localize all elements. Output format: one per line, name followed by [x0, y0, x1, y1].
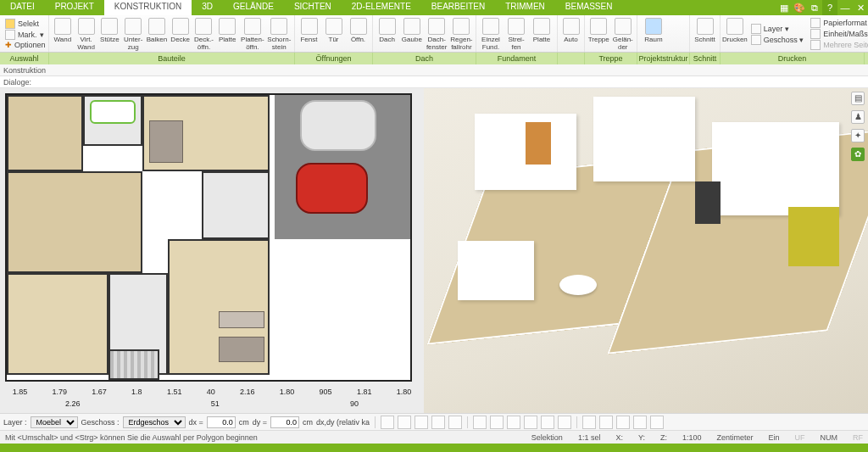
round-table — [559, 275, 597, 295]
status-sel: 1:1 sel — [578, 433, 601, 442]
tool-tree-icon[interactable]: ✿ — [851, 148, 865, 161]
tab-gelaende[interactable]: GELÄNDE — [223, 0, 284, 15]
grid-icon-5[interactable] — [650, 416, 664, 429]
view-icon-4[interactable] — [524, 416, 537, 429]
gaube-button[interactable]: Gaube — [399, 16, 424, 52]
footer-strip — [0, 444, 868, 452]
view-icon-2[interactable] — [490, 416, 504, 429]
tab-3d[interactable]: 3D — [192, 0, 223, 15]
regenfallrohr-button[interactable]: Regen- fallrohr — [449, 16, 474, 52]
group-dach: Dach Gaube Dach- fenster Regen- fallrohr — [373, 15, 476, 52]
status-bar: Mit <Umschalt> und <Strg> können Sie die… — [0, 430, 868, 444]
grid-icon-3[interactable] — [616, 416, 630, 429]
garage-area — [275, 95, 410, 239]
oeffnung-button[interactable]: Öffn. — [346, 16, 370, 52]
sys-minimize-icon[interactable]: — — [837, 0, 853, 15]
view-icon-1[interactable] — [473, 416, 487, 429]
status-uf: UF — [795, 433, 805, 442]
sys-layers-icon[interactable]: ▦ — [776, 0, 792, 15]
snap-icon-3[interactable] — [415, 416, 428, 429]
main-tabstrip: DATEI PROJEKT KONSTRUKTION 3D GELÄNDE SI… — [0, 0, 868, 15]
streifen-button[interactable]: Strei- fen — [504, 16, 529, 52]
view-icon-5[interactable] — [541, 416, 554, 429]
status-z: Z: — [660, 433, 667, 442]
group-linie: Auto — [558, 15, 585, 52]
tab-bemassen[interactable]: BEMASSEN — [555, 0, 623, 15]
sys-help-icon[interactable]: ? — [822, 0, 837, 15]
dx-input[interactable] — [207, 416, 236, 428]
deckoeffn-button[interactable]: Deck.- öffn. — [192, 16, 216, 52]
mark-button[interactable]: Mark.▾ — [5, 30, 46, 40]
drucken-button[interactable]: Drucken — [722, 16, 748, 52]
raum-button[interactable]: Raum — [639, 16, 668, 52]
mehrere-seiten-button[interactable]: Mehrere Seiten — [810, 40, 868, 50]
tab-trimmen[interactable]: TRIMMEN — [495, 0, 555, 15]
decke-button[interactable]: Decke — [169, 16, 192, 52]
dialog-bar: Dialoge: — [0, 76, 868, 88]
snap-icon-1[interactable] — [381, 416, 394, 429]
virt-wand-button[interactable]: Virt. Wand — [75, 16, 98, 52]
tool-layers-icon[interactable]: ▤ — [851, 92, 865, 105]
status-x: X: — [615, 433, 623, 442]
grid-icon-2[interactable] — [599, 416, 613, 429]
dy-label: dy = — [253, 418, 267, 427]
dx-label: dx = — [189, 418, 203, 427]
geschoss-select[interactable]: Erdgeschos — [123, 416, 186, 428]
einzelfund-button[interactable]: Einzel Fund. — [478, 16, 504, 52]
balken-button[interactable]: Balken — [145, 16, 169, 52]
grid-icon-4[interactable] — [633, 416, 647, 429]
layer-select[interactable]: Moebel — [31, 416, 78, 428]
papierformat-button[interactable]: Papierformat — [810, 18, 868, 28]
snap-icon-4[interactable] — [431, 416, 445, 429]
tab-datei[interactable]: DATEI — [0, 0, 45, 15]
dimension-labels: 1.851.791.671.81.51402.161.809051.811.80… — [0, 381, 424, 411]
tab-bearbeiten[interactable]: BEARBEITEN — [421, 0, 495, 15]
einheit-button[interactable]: Einheit/Maßst. — [810, 29, 868, 39]
dach-button[interactable]: Dach — [375, 16, 399, 52]
unterzug-button[interactable]: Unter- zug — [121, 16, 145, 52]
group-schnitt: Schnitt — [690, 15, 721, 52]
view-icon-3[interactable] — [507, 416, 520, 429]
view-icon-6[interactable] — [558, 416, 571, 429]
plattenoeffn-button[interactable]: Platten- öffn. — [239, 16, 265, 52]
status-num: NUM — [821, 433, 838, 442]
sys-copy-icon[interactable]: ⧉ — [807, 0, 822, 15]
dachfenster-button[interactable]: Dach- fenster — [425, 16, 449, 52]
snap-icon-2[interactable] — [398, 416, 411, 429]
schnitt-button[interactable]: Schnitt — [692, 16, 718, 52]
tab-sichten[interactable]: SICHTEN — [284, 0, 342, 15]
group-oeffnungen: Fenst Tür Öffn. — [295, 15, 373, 52]
2d-plan-view[interactable]: 1.851.791.671.81.51402.161.809051.811.80… — [0, 88, 424, 413]
platte-button[interactable]: Platte — [215, 16, 239, 52]
tab-2delemente[interactable]: 2D-ELEMENTE — [342, 0, 421, 15]
wand-button[interactable]: Wand — [51, 16, 75, 52]
geschoss-dropdown[interactable]: Geschoss ▾ — [751, 35, 804, 45]
tool-globe-icon[interactable]: ✦ — [851, 129, 865, 142]
stuetze-button[interactable]: Stütze — [98, 16, 122, 52]
sys-close-icon[interactable]: ✕ — [853, 0, 868, 15]
gelaender-button[interactable]: Gelän- der — [611, 16, 636, 52]
optionen-button[interactable]: ✚Optionen — [5, 41, 46, 49]
ribbon-group-labels: AuswahlBauteileÖffnungenDachFundamentTre… — [0, 53, 868, 64]
group-drucken: Drucken Layer ▾ Geschoss ▾ Papierformat … — [721, 15, 865, 52]
snap-icon-5[interactable] — [448, 416, 462, 429]
tuer-button[interactable]: Tür — [321, 16, 346, 52]
tab-projekt[interactable]: PROJEKT — [45, 0, 104, 15]
layer-dropdown[interactable]: Layer ▾ — [751, 24, 804, 34]
schornstein-button[interactable]: Schorn- stein — [266, 16, 292, 52]
sys-palette-icon[interactable]: 🎨 — [792, 0, 807, 15]
geschoss-label: Geschoss : — [81, 418, 120, 427]
select-button[interactable]: Selekt — [5, 19, 46, 29]
dy-input[interactable] — [270, 416, 299, 428]
bottom-toolbar: Layer : Moebel Geschoss : Erdgeschos dx … — [0, 413, 868, 430]
auto-button[interactable]: Auto — [559, 16, 582, 52]
tab-konstruktion[interactable]: KONSTRUKTION — [104, 0, 192, 15]
fundplatte-button[interactable]: Platte — [529, 16, 554, 52]
bathtub — [90, 100, 136, 124]
group-projektstruktur: Raum — [637, 15, 690, 52]
treppe-button[interactable]: Treppe — [587, 16, 611, 52]
fenster-button[interactable]: Fenst — [297, 16, 321, 52]
grid-icon-1[interactable] — [582, 416, 596, 429]
tool-furniture-icon[interactable]: ♟ — [851, 110, 865, 124]
3d-view[interactable]: ▤ ♟ ✦ ✿ — [424, 88, 868, 413]
